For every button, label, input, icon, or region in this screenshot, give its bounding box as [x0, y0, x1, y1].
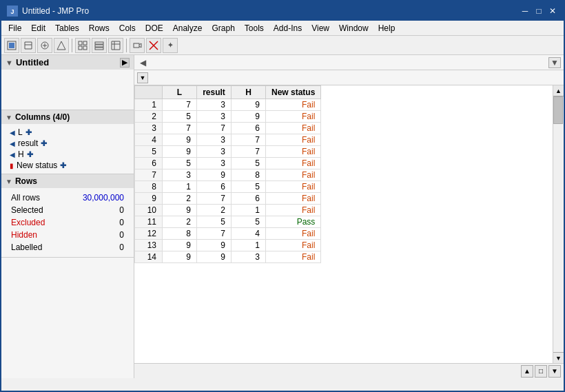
- menu-item-doe[interactable]: DOE: [141, 22, 167, 34]
- col-plus-L[interactable]: ✚: [25, 128, 32, 137]
- window-title: Untitled - JMP Pro: [22, 6, 89, 16]
- cell-status: Fail: [266, 169, 321, 181]
- col-name-L: L: [18, 127, 23, 137]
- col-plus-H[interactable]: ✚: [27, 150, 33, 159]
- toolbar-btn-5[interactable]: [75, 38, 90, 53]
- menu-item-rows[interactable]: Rows: [85, 22, 114, 34]
- untitled-nav-btn[interactable]: ▶: [120, 58, 130, 68]
- cell-l: 1: [163, 181, 197, 193]
- col-plus-newstatus[interactable]: ✚: [60, 161, 66, 170]
- filter-row: ▼: [134, 70, 564, 85]
- cell-result: 7: [197, 193, 232, 205]
- toolbar-btn-2[interactable]: [21, 38, 36, 53]
- rows-all-value: 30,000,000: [63, 192, 127, 203]
- toolbar-btn-4[interactable]: [54, 38, 69, 53]
- close-button[interactable]: ✕: [547, 6, 558, 17]
- col-header-result[interactable]: result: [197, 86, 232, 99]
- nav-left-arrow[interactable]: ◀: [137, 57, 148, 68]
- row-num-cell: 7: [135, 169, 163, 181]
- nav-row: ◀ ▼: [134, 55, 564, 70]
- cell-l: 2: [163, 216, 197, 228]
- menu-item-help[interactable]: Help: [374, 22, 400, 34]
- nav-right-btn[interactable]: ▼: [548, 57, 561, 68]
- menu-item-file[interactable]: File: [4, 22, 25, 34]
- scrollbar-down-btn[interactable]: ▼: [553, 352, 564, 363]
- toolbar-btn-1[interactable]: [4, 38, 19, 53]
- rows-selected-label: Selected: [8, 205, 62, 216]
- menu-item-tables[interactable]: Tables: [51, 22, 83, 34]
- menu-item-add-ins[interactable]: Add-Ins: [269, 22, 306, 34]
- row-num-cell: 14: [135, 251, 163, 263]
- svg-text:J: J: [10, 8, 14, 15]
- toolbar-btn-3[interactable]: [37, 38, 52, 53]
- col-header-H[interactable]: H: [232, 86, 266, 99]
- cell-l: 2: [163, 193, 197, 205]
- toolbar-btn-6[interactable]: [92, 38, 107, 53]
- svg-rect-12: [134, 43, 139, 48]
- svg-rect-3: [9, 43, 14, 48]
- data-table-container[interactable]: L result H New status 1739Fail2539Fail37…: [134, 85, 564, 363]
- maximize-button[interactable]: □: [533, 6, 544, 17]
- scrollbar-track[interactable]: [553, 96, 564, 352]
- scrollbar-up-btn[interactable]: ▲: [553, 85, 564, 96]
- right-scrollbar[interactable]: ▲ ▼: [553, 85, 564, 363]
- cell-l: 3: [163, 169, 197, 181]
- scrollbar-thumb[interactable]: [553, 96, 563, 124]
- toolbar-btn-8[interactable]: [130, 38, 145, 53]
- columns-arrow: ▼: [6, 114, 12, 121]
- untitled-header[interactable]: ▼ Untitled ▶: [1, 55, 134, 70]
- table-scroll[interactable]: L result H New status 1739Fail2539Fail37…: [134, 85, 553, 363]
- cell-status: Fail: [266, 158, 321, 169]
- menu-item-window[interactable]: Window: [335, 22, 373, 34]
- cell-result: 6: [197, 181, 232, 193]
- rows-labelled-label: Labelled: [8, 242, 62, 253]
- col-header-newstatus[interactable]: New status: [266, 86, 321, 99]
- menu-item-graph[interactable]: Graph: [207, 22, 238, 34]
- scroll-down-btn[interactable]: ▼: [548, 365, 561, 378]
- cell-result: 9: [197, 251, 232, 263]
- col-plus-result[interactable]: ✚: [41, 139, 47, 148]
- title-bar-controls: ─ □ ✕: [520, 6, 558, 17]
- column-item-result: ◀ result ✚: [7, 138, 128, 149]
- cell-h: 9: [232, 111, 266, 123]
- columns-header[interactable]: ▼ Columns (4/0): [1, 110, 134, 124]
- svg-rect-7: [79, 46, 82, 50]
- row-num-cell: 2: [135, 111, 163, 123]
- menu-item-tools[interactable]: Tools: [240, 22, 268, 34]
- main-container: ▼ Untitled ▶ ▼ Columns (4/0) ◀ L ✚: [1, 55, 564, 378]
- menu-item-view[interactable]: View: [307, 22, 333, 34]
- cell-l: 5: [163, 111, 197, 123]
- columns-label: Columns (4/0): [15, 112, 70, 122]
- col-header-L[interactable]: L: [163, 86, 197, 99]
- cell-status: Fail: [266, 123, 321, 134]
- rows-header[interactable]: ▼ Rows: [1, 174, 134, 188]
- data-table: L result H New status 1739Fail2539Fail37…: [134, 85, 321, 263]
- untitled-label: Untitled: [16, 57, 49, 68]
- col-name-result: result: [18, 138, 38, 148]
- cell-l: 9: [163, 134, 197, 146]
- cell-result: 3: [197, 111, 232, 123]
- menu-item-analyze[interactable]: Analyze: [169, 22, 207, 34]
- cell-l: 9: [163, 251, 197, 263]
- rows-section: ▼ Rows All rows 30,000,000 Selected 0: [1, 174, 134, 258]
- cell-status: Fail: [266, 228, 321, 240]
- cell-status: Fail: [266, 193, 321, 205]
- table-header-row: L result H New status: [135, 86, 321, 99]
- table-row: 8165Fail: [135, 181, 321, 193]
- cell-result: 3: [197, 146, 232, 158]
- cell-l: 9: [163, 240, 197, 251]
- cell-h: 7: [232, 134, 266, 146]
- scroll-up-btn[interactable]: ▲: [521, 365, 533, 378]
- toolbar-btn-9[interactable]: [146, 38, 161, 53]
- menu-item-cols[interactable]: Cols: [115, 22, 140, 34]
- menu-item-edit[interactable]: Edit: [27, 22, 50, 34]
- toolbar-btn-7[interactable]: [108, 38, 123, 53]
- filter-dropdown[interactable]: ▼: [137, 72, 148, 83]
- rows-content: All rows 30,000,000 Selected 0 Excluded …: [1, 188, 134, 257]
- rows-excluded: Excluded 0: [8, 217, 127, 228]
- scroll-box-btn[interactable]: □: [535, 365, 547, 378]
- toolbar-btn-10[interactable]: ✦: [163, 38, 178, 53]
- col-icon-L: ◀: [10, 129, 15, 136]
- cell-h: 5: [232, 181, 266, 193]
- minimize-button[interactable]: ─: [520, 6, 531, 17]
